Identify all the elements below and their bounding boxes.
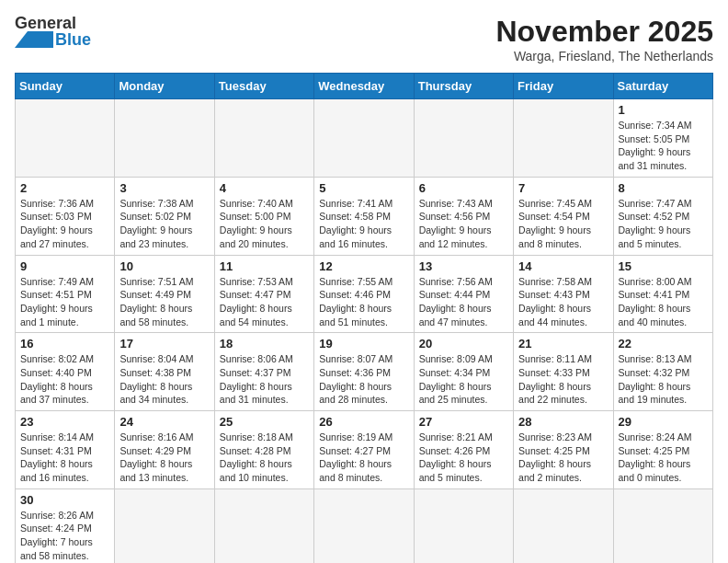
table-row: 28Sunrise: 8:23 AMSunset: 4:25 PMDayligh… bbox=[514, 411, 613, 489]
day-info: Sunrise: 7:51 AMSunset: 4:49 PMDaylight:… bbox=[119, 275, 209, 329]
table-row bbox=[115, 99, 214, 178]
table-row: 25Sunrise: 8:18 AMSunset: 4:28 PMDayligh… bbox=[214, 411, 313, 489]
table-row: 5Sunrise: 7:41 AMSunset: 4:58 PMDaylight… bbox=[314, 177, 414, 255]
day-info: Sunrise: 8:21 AMSunset: 4:26 PMDaylight:… bbox=[419, 431, 508, 485]
header-monday: Monday bbox=[115, 74, 214, 99]
page-header: General Blue November 2025 Warga, Friesl… bbox=[15, 15, 713, 63]
location-subtitle: Warga, Friesland, The Netherlands bbox=[495, 49, 713, 63]
day-number: 4 bbox=[220, 181, 309, 195]
table-row bbox=[214, 99, 313, 178]
day-info: Sunrise: 7:53 AMSunset: 4:47 PMDaylight:… bbox=[220, 275, 309, 329]
day-number: 28 bbox=[518, 415, 608, 429]
day-number: 12 bbox=[319, 259, 408, 273]
day-info: Sunrise: 7:38 AMSunset: 5:02 PMDaylight:… bbox=[119, 197, 209, 251]
day-number: 15 bbox=[619, 259, 708, 273]
table-row: 2Sunrise: 7:36 AMSunset: 5:03 PMDaylight… bbox=[16, 177, 115, 255]
table-row: 13Sunrise: 7:56 AMSunset: 4:44 PMDayligh… bbox=[414, 255, 513, 333]
table-row: 3Sunrise: 7:38 AMSunset: 5:02 PMDaylight… bbox=[115, 177, 214, 255]
header-saturday: Saturday bbox=[613, 74, 712, 99]
day-number: 22 bbox=[619, 337, 708, 350]
day-info: Sunrise: 8:04 AMSunset: 4:38 PMDaylight:… bbox=[119, 352, 209, 407]
day-info: Sunrise: 7:40 AMSunset: 5:00 PMDaylight:… bbox=[220, 197, 309, 251]
day-info: Sunrise: 8:26 AMSunset: 4:24 PMDaylight:… bbox=[20, 509, 109, 563]
table-row: 11Sunrise: 7:53 AMSunset: 4:47 PMDayligh… bbox=[214, 255, 313, 333]
day-info: Sunrise: 8:14 AMSunset: 4:31 PMDaylight:… bbox=[20, 431, 109, 485]
day-info: Sunrise: 7:41 AMSunset: 4:58 PMDaylight:… bbox=[319, 197, 408, 251]
day-info: Sunrise: 7:55 AMSunset: 4:46 PMDaylight:… bbox=[319, 275, 408, 329]
day-number: 3 bbox=[119, 181, 209, 195]
day-number: 30 bbox=[20, 493, 109, 507]
table-row: 4Sunrise: 7:40 AMSunset: 5:00 PMDaylight… bbox=[214, 177, 313, 255]
table-row: 14Sunrise: 7:58 AMSunset: 4:43 PMDayligh… bbox=[514, 255, 613, 333]
table-row: 10Sunrise: 7:51 AMSunset: 4:49 PMDayligh… bbox=[115, 255, 214, 333]
week-row-4: 16Sunrise: 8:02 AMSunset: 4:40 PMDayligh… bbox=[16, 333, 713, 411]
table-row: 16Sunrise: 8:02 AMSunset: 4:40 PMDayligh… bbox=[16, 333, 115, 411]
calendar-table: Sunday Monday Tuesday Wednesday Thursday… bbox=[15, 73, 713, 563]
table-row: 7Sunrise: 7:45 AMSunset: 4:54 PMDaylight… bbox=[514, 177, 613, 255]
header-tuesday: Tuesday bbox=[214, 74, 313, 99]
day-info: Sunrise: 8:07 AMSunset: 4:36 PMDaylight:… bbox=[319, 352, 408, 407]
day-info: Sunrise: 8:23 AMSunset: 4:25 PMDaylight:… bbox=[518, 431, 608, 485]
table-row bbox=[16, 99, 115, 178]
table-row bbox=[214, 488, 313, 563]
table-row: 24Sunrise: 8:16 AMSunset: 4:29 PMDayligh… bbox=[115, 411, 214, 489]
week-row-2: 2Sunrise: 7:36 AMSunset: 5:03 PMDaylight… bbox=[16, 177, 713, 255]
day-info: Sunrise: 8:24 AMSunset: 4:25 PMDaylight:… bbox=[619, 431, 708, 485]
day-info: Sunrise: 8:00 AMSunset: 4:41 PMDaylight:… bbox=[619, 275, 708, 329]
table-row bbox=[514, 488, 613, 563]
day-number: 11 bbox=[220, 259, 309, 273]
day-number: 18 bbox=[220, 337, 309, 350]
week-row-5: 23Sunrise: 8:14 AMSunset: 4:31 PMDayligh… bbox=[16, 411, 713, 489]
day-number: 20 bbox=[419, 337, 508, 350]
day-number: 29 bbox=[619, 415, 708, 429]
table-row: 30Sunrise: 8:26 AMSunset: 4:24 PMDayligh… bbox=[16, 488, 115, 563]
day-number: 19 bbox=[319, 337, 408, 350]
table-row: 6Sunrise: 7:43 AMSunset: 4:56 PMDaylight… bbox=[414, 177, 513, 255]
table-row: 17Sunrise: 8:04 AMSunset: 4:38 PMDayligh… bbox=[115, 333, 214, 411]
week-row-1: 1Sunrise: 7:34 AMSunset: 5:05 PMDaylight… bbox=[16, 99, 713, 178]
logo: General Blue bbox=[15, 15, 91, 48]
table-row: 15Sunrise: 8:00 AMSunset: 4:41 PMDayligh… bbox=[613, 255, 712, 333]
day-number: 6 bbox=[419, 181, 508, 195]
table-row: 22Sunrise: 8:13 AMSunset: 4:32 PMDayligh… bbox=[613, 333, 712, 411]
day-info: Sunrise: 8:16 AMSunset: 4:29 PMDaylight:… bbox=[119, 431, 209, 485]
day-info: Sunrise: 7:49 AMSunset: 4:51 PMDaylight:… bbox=[20, 275, 109, 329]
day-info: Sunrise: 7:58 AMSunset: 4:43 PMDaylight:… bbox=[518, 275, 608, 329]
day-info: Sunrise: 8:13 AMSunset: 4:32 PMDaylight:… bbox=[619, 352, 708, 407]
table-row: 18Sunrise: 8:06 AMSunset: 4:37 PMDayligh… bbox=[214, 333, 313, 411]
day-number: 5 bbox=[319, 181, 408, 195]
day-number: 21 bbox=[518, 337, 608, 350]
table-row bbox=[414, 488, 513, 563]
table-row: 19Sunrise: 8:07 AMSunset: 4:36 PMDayligh… bbox=[314, 333, 414, 411]
day-info: Sunrise: 7:43 AMSunset: 4:56 PMDaylight:… bbox=[419, 197, 508, 251]
day-number: 17 bbox=[119, 337, 209, 350]
logo-text-general: General bbox=[15, 15, 76, 31]
table-row: 12Sunrise: 7:55 AMSunset: 4:46 PMDayligh… bbox=[314, 255, 414, 333]
table-row: 9Sunrise: 7:49 AMSunset: 4:51 PMDaylight… bbox=[16, 255, 115, 333]
day-number: 26 bbox=[319, 415, 408, 429]
day-number: 1 bbox=[619, 103, 708, 117]
day-number: 9 bbox=[20, 259, 109, 273]
day-number: 8 bbox=[619, 181, 708, 195]
table-row bbox=[613, 488, 712, 563]
day-info: Sunrise: 8:06 AMSunset: 4:37 PMDaylight:… bbox=[220, 352, 309, 407]
day-number: 14 bbox=[518, 259, 608, 273]
day-number: 7 bbox=[518, 181, 608, 195]
table-row bbox=[514, 99, 613, 178]
table-row: 21Sunrise: 8:11 AMSunset: 4:33 PMDayligh… bbox=[514, 333, 613, 411]
day-number: 10 bbox=[119, 259, 209, 273]
day-info: Sunrise: 8:18 AMSunset: 4:28 PMDaylight:… bbox=[220, 431, 309, 485]
day-number: 13 bbox=[419, 259, 508, 273]
week-row-6: 30Sunrise: 8:26 AMSunset: 4:24 PMDayligh… bbox=[16, 488, 713, 563]
day-info: Sunrise: 8:11 AMSunset: 4:33 PMDaylight:… bbox=[518, 352, 608, 407]
day-number: 24 bbox=[119, 415, 209, 429]
table-row bbox=[115, 488, 214, 563]
day-info: Sunrise: 8:19 AMSunset: 4:27 PMDaylight:… bbox=[319, 431, 408, 485]
day-info: Sunrise: 7:56 AMSunset: 4:44 PMDaylight:… bbox=[419, 275, 508, 329]
logo-text-blue: Blue bbox=[55, 31, 91, 48]
header-friday: Friday bbox=[514, 74, 613, 99]
table-row: 27Sunrise: 8:21 AMSunset: 4:26 PMDayligh… bbox=[414, 411, 513, 489]
day-info: Sunrise: 7:47 AMSunset: 4:52 PMDaylight:… bbox=[619, 197, 708, 251]
table-row: 20Sunrise: 8:09 AMSunset: 4:34 PMDayligh… bbox=[414, 333, 513, 411]
day-info: Sunrise: 8:09 AMSunset: 4:34 PMDaylight:… bbox=[419, 352, 508, 407]
